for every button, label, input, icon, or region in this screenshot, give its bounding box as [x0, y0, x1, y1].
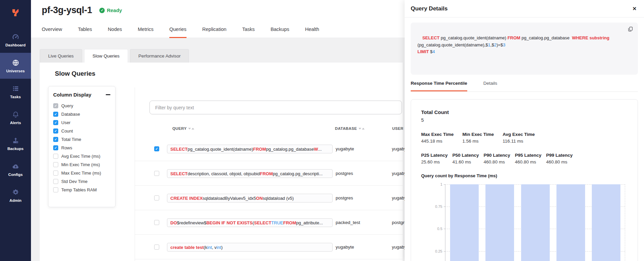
sidebar-item-backups[interactable]: Backups [0, 130, 31, 156]
histogram-bar [485, 184, 514, 261]
alerts-bell-icon [12, 111, 20, 118]
database-cell: yugabyte [336, 146, 354, 151]
column-header-database[interactable]: DATABASE [335, 126, 365, 130]
sidebar-item-label: Alerts [10, 121, 21, 125]
admin-gear-icon [12, 188, 20, 196]
minus-icon[interactable] [106, 94, 110, 95]
checkbox-icon[interactable] [53, 120, 58, 125]
checkbox-icon[interactable] [53, 171, 58, 176]
tab-nodes[interactable]: Nodes [108, 27, 122, 38]
sidebar-item-configs[interactable]: Configs [0, 156, 31, 182]
query-token: FROM [260, 171, 273, 176]
column-option-temp-tables-ram[interactable]: Temp Tables RAM [53, 186, 110, 194]
row-checkbox[interactable] [154, 146, 159, 151]
row-checkbox[interactable] [154, 245, 159, 250]
column-option-label: Max Exec Time (ms) [61, 171, 101, 176]
column-header-query[interactable]: QUERY [172, 126, 194, 130]
query-token: DO [170, 220, 177, 225]
checkbox-icon[interactable] [53, 154, 58, 159]
checkbox-icon[interactable] [53, 103, 58, 108]
tab-tasks[interactable]: Tasks [242, 27, 255, 38]
sql-token: FROM [507, 35, 521, 40]
column-option-rows[interactable]: Rows [53, 144, 110, 152]
query-text-pill[interactable]: SELECT description, classoid, objoid, ob… [167, 169, 333, 178]
checkbox-icon[interactable] [53, 179, 58, 184]
column-option-std-dev-time[interactable]: Std Dev Time [53, 177, 110, 186]
query-token: SELECT [170, 171, 188, 176]
query-token: ) [221, 245, 223, 250]
configs-cloud-icon [12, 162, 20, 170]
query-token: FROM [253, 147, 266, 152]
sidebar-item-tasks[interactable]: Tasks [0, 79, 31, 105]
details-tab-details[interactable]: Details [483, 81, 497, 91]
checkbox-icon[interactable] [53, 187, 58, 192]
checkbox-icon[interactable] [53, 162, 58, 167]
query-table-rows: SELECT pg_catalog.quote_ident(datname) F… [135, 137, 403, 259]
query-text-pill[interactable]: DO $redefineview$ BEGIN IF NOT EXISTS (S… [167, 218, 333, 227]
sidebar-item-label: Configs [8, 173, 23, 177]
checkbox-icon[interactable] [53, 112, 58, 117]
stat-value: 116.11 ms [503, 139, 535, 144]
query-filter-input[interactable] [149, 101, 402, 114]
tab-queries[interactable]: Queries [169, 27, 187, 38]
row-checkbox[interactable] [154, 220, 159, 225]
sidebar-item-label: Tasks [10, 95, 21, 99]
query-token: pg_attribute... [296, 220, 323, 225]
details-tab-response-time-percentile[interactable]: Response Time Percentile [411, 81, 467, 91]
column-option-query[interactable]: Query [53, 102, 110, 110]
total-count-value: 5 [421, 117, 628, 123]
table-row[interactable]: create table test(k int, v int)yugabytey… [135, 235, 403, 259]
table-row[interactable]: SELECT pg_catalog.quote_ident(datname) F… [135, 137, 403, 161]
row-checkbox[interactable] [154, 171, 159, 176]
checkbox-icon[interactable] [53, 145, 58, 150]
y-tick-label: 1 [440, 182, 442, 186]
check-circle-icon [99, 8, 105, 13]
stat-max-exec-time: Max Exec Time445.18 ms [421, 132, 454, 144]
table-row[interactable]: CREATE INDEX sqldataloadByValuev5_idx5 O… [135, 186, 403, 210]
sort-icons [188, 128, 194, 129]
column-option-min-exec-time-ms[interactable]: Min Exec Time (ms) [53, 160, 110, 169]
sidebar-item-alerts[interactable]: Alerts [0, 105, 31, 130]
close-icon[interactable] [632, 6, 637, 12]
table-row[interactable]: DO $redefineview$ BEGIN IF NOT EXISTS (S… [135, 210, 403, 235]
sql-statement-box: SELECT pg_catalog.quote_ident(datname) F… [411, 23, 638, 75]
stat-value: 41.60 ms [452, 159, 479, 164]
sub-tab-live-queries[interactable]: Live Queries [40, 49, 82, 63]
column-option-database[interactable]: Database [53, 110, 110, 118]
row-checkbox[interactable] [154, 195, 159, 200]
table-header: QUERY DATABASE USER [40, 126, 403, 133]
tab-metrics[interactable]: Metrics [138, 27, 154, 38]
sidebar-item-dashboard[interactable]: Dashboard [0, 27, 31, 53]
stat-min-exec-time: Min Exec Time1.56 ms [463, 132, 494, 144]
sidebar-item-universes[interactable]: Universes [0, 53, 31, 79]
tab-tables[interactable]: Tables [78, 27, 92, 38]
sql-token: pg_catalog.pg_database [521, 35, 572, 40]
yugabyte-logo[interactable] [0, 0, 31, 27]
column-option-max-exec-time-ms[interactable]: Max Exec Time (ms) [53, 169, 110, 177]
copy-icon[interactable] [628, 26, 633, 32]
column-option-total-time[interactable]: Total Time [53, 135, 110, 144]
sidebar: DashboardUniversesTasksAlertsBackupsConf… [0, 0, 31, 261]
sql-token: LIMIT [417, 49, 430, 54]
column-header-user[interactable]: USER [392, 126, 404, 130]
tab-overview[interactable]: Overview [42, 27, 62, 38]
sql-token: 3 [503, 42, 505, 47]
table-row[interactable]: SELECT description, classoid, objoid, ob… [135, 161, 403, 186]
query-text-pill[interactable]: create table test(k int, v int) [167, 243, 333, 252]
y-tick-label: 0.75 [435, 204, 442, 209]
query-token: W [314, 147, 318, 152]
query-token: ... [318, 147, 322, 152]
sidebar-item-admin[interactable]: Admin [0, 182, 31, 208]
stat-label: P99 Latency [546, 153, 573, 158]
column-option-user[interactable]: User [53, 118, 110, 127]
tab-replication[interactable]: Replication [202, 27, 227, 38]
sub-tab-slow-queries[interactable]: Slow Queries [84, 49, 128, 63]
yugabyte-logo-mark [9, 7, 22, 20]
checkbox-icon[interactable] [53, 137, 58, 142]
sub-tab-performance-advisor[interactable]: Performance Advisor [130, 49, 189, 63]
tab-health[interactable]: Health [305, 27, 319, 38]
query-text-pill[interactable]: CREATE INDEX sqldataloadByValuev5_idx5 O… [167, 194, 333, 202]
tab-backups[interactable]: Backups [271, 27, 290, 38]
query-text-pill[interactable]: SELECT pg_catalog.quote_ident(datname) F… [167, 145, 333, 153]
column-option-avg-exec-time-ms[interactable]: Avg Exec Time (ms) [53, 152, 110, 160]
